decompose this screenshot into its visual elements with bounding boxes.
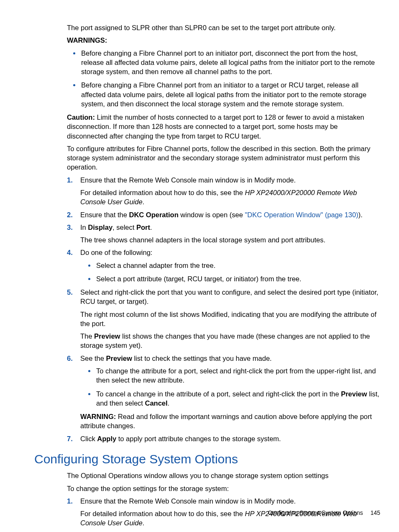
caution-paragraph: Caution: Limit the number of hosts conne…	[67, 113, 380, 141]
list-item: Select a port attribute (target, RCU tar…	[95, 274, 380, 283]
t: Port	[136, 224, 150, 231]
step-detail: The Preview list shows the changes that …	[80, 332, 380, 350]
t: Apply	[97, 435, 116, 442]
t: The	[80, 332, 94, 340]
step-number: 5.	[67, 288, 73, 297]
t: Read and follow the important warnings a…	[80, 413, 372, 429]
t: .	[143, 198, 145, 206]
sub-list: To change the attribute for a port, sele…	[95, 366, 380, 408]
config-paragraph: To configure attributes for Fibre Channe…	[67, 144, 380, 172]
document-page: The port assigned to SLPR other than SLP…	[0, 0, 399, 532]
section-heading: Configuring Storage System Options	[34, 451, 380, 468]
t: To cancel a change in the attribute of a…	[96, 390, 379, 407]
step-detail: For detailed information about how to do…	[80, 188, 380, 207]
t: DKC Operation	[129, 211, 179, 218]
t: To cancel a change in the attribute of a…	[96, 390, 341, 398]
step-number: 4.	[67, 248, 73, 257]
step-detail: The tree shows channel adapters in the l…	[80, 235, 380, 244]
warnings-list: Before changing a Fibre Channel port to …	[80, 49, 380, 109]
t: Select a port attribute (target, RCU tar…	[96, 275, 302, 283]
step-text: Do one of the following:	[80, 248, 380, 257]
t: Click	[80, 435, 97, 442]
step-text: Select and right-click the port that you…	[80, 288, 380, 306]
t: to apply port attribute changes to the s…	[116, 435, 281, 442]
step-3: 3. In Display, select Port. The tree sho…	[67, 223, 380, 245]
t: window is open (see	[179, 211, 245, 218]
list-item: Before changing a Fibre Channel port to …	[80, 49, 380, 77]
step-text: Click Apply to apply port attribute chan…	[80, 434, 380, 443]
step-warning: WARNING: Read and follow the important w…	[80, 412, 380, 431]
warning-text: Before changing a Fibre Channel port to …	[81, 49, 375, 76]
step-6: 6. See the Preview list to check the set…	[67, 354, 380, 431]
t: Cancel	[145, 399, 168, 407]
t: For detailed information about how to do…	[80, 510, 245, 517]
caution-body: Limit the number of hosts connected to a…	[67, 113, 364, 140]
step-number: 6.	[67, 354, 73, 363]
t: For detailed information about how to do…	[80, 189, 245, 196]
section-paragraph: To change the option settings for the st…	[67, 484, 380, 493]
step-text: Ensure that the DKC Operation window is …	[80, 210, 380, 219]
t: Preview	[94, 332, 120, 340]
step-detail: The right most column of the list shows …	[80, 310, 380, 329]
t: See the	[80, 355, 106, 362]
t: Select a channel adapter from the tree.	[96, 262, 215, 269]
step-number: 7.	[67, 434, 73, 443]
step-text: Ensure that the Remote Web Console main …	[80, 175, 380, 185]
step-7: 7. Click Apply to apply port attribute c…	[67, 434, 380, 443]
step-2: 2. Ensure that the DKC Operation window …	[67, 210, 380, 219]
t: , select	[113, 224, 136, 231]
step-5: 5. Select and right-click the port that …	[67, 288, 380, 350]
list-item: To cancel a change in the attribute of a…	[95, 389, 380, 408]
page-footer: Configuring Storage System Options 145	[268, 509, 380, 517]
page-number: 145	[371, 509, 380, 516]
intro-paragraph: The port assigned to SLPR other than SLP…	[67, 23, 380, 32]
t: list shows the changes that you have mad…	[80, 332, 370, 349]
t: .	[143, 519, 145, 527]
step-number: 2.	[67, 210, 73, 219]
step-number: 1.	[67, 496, 73, 506]
list-item: Before changing a Fibre Channel port fro…	[80, 80, 380, 108]
step-text: Ensure that the Remote Web Console main …	[80, 496, 380, 506]
t: list to check the settings that you have…	[132, 355, 272, 362]
t: .	[150, 224, 152, 231]
step-1: 1. Ensure that the Remote Web Console ma…	[67, 175, 380, 207]
step-text: In Display, select Port.	[80, 223, 380, 232]
footer-title: Configuring Storage System Options	[268, 509, 363, 516]
t: Ensure that the	[80, 211, 129, 218]
t: Display	[88, 224, 113, 231]
caution-label: Caution:	[67, 113, 95, 121]
t: To change the attribute for a port, sele…	[96, 367, 376, 384]
warning-text: Before changing a Fibre Channel port fro…	[81, 81, 366, 108]
t: Preview	[341, 390, 367, 398]
warnings-heading: WARNINGS:	[67, 36, 380, 45]
step-number: 1.	[67, 175, 73, 185]
cross-reference-link[interactable]: "DKC Operation Window" (page 130)	[245, 211, 358, 218]
step-number: 3.	[67, 223, 73, 232]
list-item: Select a channel adapter from the tree.	[95, 261, 380, 270]
step-4: 4. Do one of the following: Select a cha…	[67, 248, 380, 283]
t: Preview	[106, 355, 132, 362]
step-text: See the Preview list to check the settin…	[80, 354, 380, 363]
t: .	[168, 399, 170, 407]
sub-list: Select a channel adapter from the tree. …	[95, 261, 380, 284]
warning-label: WARNING:	[80, 413, 116, 420]
procedure-list-1: 1. Ensure that the Remote Web Console ma…	[67, 175, 380, 443]
list-item: To change the attribute for a port, sele…	[95, 366, 380, 385]
section-paragraph: The Optional Operations window allows yo…	[67, 471, 380, 480]
t: ).	[358, 211, 363, 218]
t: In	[80, 224, 88, 231]
